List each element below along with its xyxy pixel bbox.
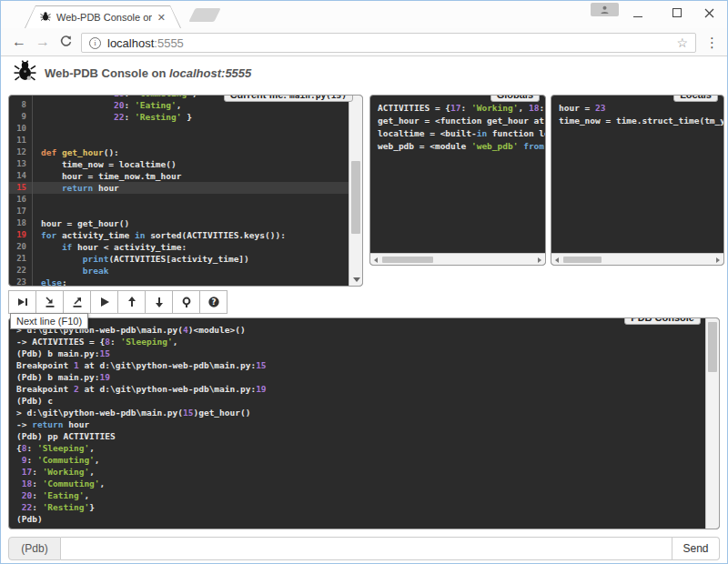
code-line: 18hour = get_hour() [9,217,349,229]
maximize-button[interactable] [663,1,691,25]
close-button[interactable] [695,1,723,25]
global-variable-line: web_pdb = <module 'web_pdb' from 'd:\git… [378,140,545,153]
tab-close-icon[interactable]: ✕ [157,13,166,23]
line-number[interactable]: 10 [9,123,33,135]
console-line: 22: 'Resting'} [16,501,705,513]
continue-button[interactable] [90,290,118,314]
breakpoint-line-number[interactable]: 15 [9,182,33,194]
down-stack-button[interactable] [145,290,173,314]
code-line: 12def get_hour(): [9,146,349,158]
code-text: time_now = localtime() [33,158,177,170]
line-number[interactable]: 8 [9,99,33,111]
code-text: 22: 'Resting' } [33,111,192,123]
code-line: 11 [9,135,349,146]
help-icon: ? [207,296,220,308]
line-number[interactable]: 18 [9,217,33,229]
line-number[interactable]: 20 [9,241,33,253]
console-line: (Pdb) [16,513,705,525]
locals-scrollbar[interactable] [551,253,723,265]
editor-scrollbar-thumb[interactable] [351,161,360,234]
page-info-icon[interactable]: i [89,37,101,49]
line-number[interactable]: 23 [9,277,33,286]
locals-content: hour = 23time_now = time.struct_time(tm_… [551,96,723,253]
locals-panel: Locals hour = 23time_now = time.struct_t… [551,95,724,266]
console-line: (Pdb) b main.py:19 [16,371,705,383]
line-number[interactable]: 22 [9,265,33,277]
current-file-tab-label: Current file: main.py(15) [224,95,353,102]
globals-scrollbar-thumb[interactable] [382,257,433,263]
bookmark-star-icon[interactable]: ☆ [676,35,688,50]
scroll-left-arrow-icon[interactable] [555,257,559,263]
where-button[interactable] [172,290,200,314]
code-text: return hour [33,182,119,194]
line-number[interactable]: 21 [9,253,33,265]
line-number[interactable]: 12 [9,146,33,158]
scroll-right-arrow-icon[interactable] [716,257,720,263]
code-text [33,206,41,217]
code-line: 15 return hour [9,182,349,194]
console-line: 20: 'Eating', [16,489,705,501]
code-line: 20 if hour < activity_time: [9,241,349,253]
local-variable-line: hour = 23 [559,102,723,115]
line-number[interactable]: 9 [9,111,33,123]
address-bar[interactable]: i localhost:5555 ☆ [81,33,696,53]
send-button[interactable]: Send [672,537,720,560]
person-icon [600,5,610,15]
line-number[interactable]: 13 [9,158,33,170]
scroll-left-arrow-icon[interactable] [374,257,378,263]
line-number[interactable]: 16 [9,194,33,206]
globals-content: ACTIVITIES = {17: 'Working', 18: 'Commut… [370,96,545,253]
code-line: 19for activity_time in sorted(ACTIVITIES… [9,229,349,241]
globals-tab-label: Globals [490,95,540,102]
editor-scrollbar[interactable] [349,96,362,286]
profile-button[interactable] [591,3,619,16]
browser-titlebar: Web-PDB Console on lo ✕ [1,1,727,28]
command-input[interactable] [61,537,672,560]
close-icon [704,8,714,18]
reload-button[interactable] [59,34,73,54]
code-text: else: [33,277,67,286]
global-variable-line: get_hour = <function get_hour at 0x00000… [378,115,545,127]
help-button[interactable]: ? [199,290,228,314]
globals-scrollbar[interactable] [370,253,545,265]
new-tab-button[interactable] [188,8,220,22]
code-line: 16 [9,194,349,206]
arrow-up-icon [126,296,138,308]
globals-panel: Globals ACTIVITIES = {17: 'Working', 18:… [369,95,546,266]
scroll-down-arrow-icon[interactable] [353,277,360,282]
line-number[interactable]: 14 [9,170,33,182]
forward-button[interactable]: → [35,32,50,52]
console-scrollbar[interactable] [705,318,719,529]
code-text: print(ACTIVITIES[activity_time]) [33,253,249,265]
step-out-icon [71,296,84,308]
breakpoint-line-number[interactable]: 19 [9,229,33,241]
console-line: Breakpoint 1 at d:\git\python-web-pdb\ma… [16,359,705,371]
console-line: {8: 'Sleeping', [16,442,705,454]
line-number[interactable]: 11 [9,135,33,146]
pdb-prompt-label: (Pdb) [8,537,61,560]
code-text [33,135,41,146]
up-stack-button[interactable] [117,290,146,314]
console-line: 18: 'Commuting', [16,478,705,489]
step-into-button[interactable] [35,290,64,314]
line-number[interactable]: 17 [9,206,33,217]
svg-text:?: ? [211,297,216,307]
code-line: 21 print(ACTIVITIES[activity_time]) [9,253,349,265]
console-line: > d:\git\python-web-pdb\main.py(4)<modul… [16,324,705,336]
code-text: hour = time_now.tm_hour [33,170,181,182]
browser-tab[interactable]: Web-PDB Console on lo ✕ [25,5,181,28]
step-out-button[interactable] [63,290,91,314]
back-button[interactable]: ← [12,32,26,52]
minimize-button[interactable] [624,1,652,25]
console-scrollbar-thumb[interactable] [708,322,717,372]
url-text: localhost:5555 [107,36,670,50]
current-file-panel: Current file: main.py(15) 7 18: 'Commuti… [8,95,363,287]
scroll-right-arrow-icon[interactable] [538,257,541,263]
code-text: for activity_time in sorted(ACTIVITIES.k… [33,229,286,241]
locals-scrollbar-thumb[interactable] [563,257,602,263]
console-line: 17: 'Working', [16,466,705,478]
next-line-button[interactable] [8,290,36,314]
location-pin-icon [180,296,193,308]
code-line: 17 [9,206,349,217]
browser-menu-icon[interactable]: ⋮ [705,35,719,51]
